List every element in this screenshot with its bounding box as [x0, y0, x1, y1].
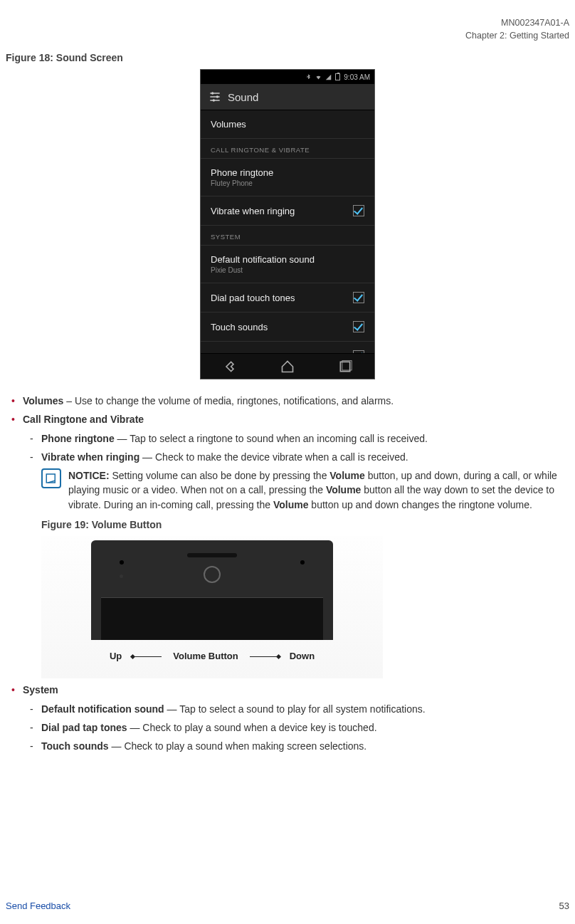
- sub-vibrate-text: — Check to make the device vibrate when …: [139, 451, 408, 463]
- figure-19: Up Volume Button Down: [41, 536, 383, 678]
- sub-phone-ringtone: Phone ringtone — Tap to select a rington…: [28, 431, 566, 446]
- row-default-notif-sub: Pixie Dust: [211, 266, 315, 274]
- section-call-ringtone: CALL RINGTONE & VIBRATE: [201, 139, 374, 159]
- sound-settings-screen: 9:03 AM Sound Volumes CALL RINGTONE & VI…: [200, 69, 375, 379]
- page-number: 53: [559, 901, 569, 911]
- bullet-volumes-text: – Use to change the volume of media, rin…: [63, 395, 394, 406]
- bullet-call-label: Call Ringtone and Vibrate: [23, 414, 144, 425]
- notice-p1d: button up and down changes the ringtone …: [308, 499, 532, 510]
- bluetooth-icon: [305, 74, 312, 80]
- sub-dial-pad-text: — Check to play a sound when a device ke…: [127, 722, 377, 733]
- notice-vol-1: Volume: [329, 470, 365, 481]
- svg-point-1: [216, 95, 218, 98]
- row-default-notif-title: Default notification sound: [211, 254, 315, 265]
- settings-list: Volumes CALL RINGTONE & VIBRATE Phone ri…: [201, 110, 374, 353]
- leader-down: [250, 656, 278, 657]
- checkbox-dial-pad[interactable]: [353, 292, 364, 303]
- figure-18-caption: Figure 18: Sound Screen: [6, 52, 569, 63]
- led: [120, 574, 123, 578]
- notice-icon: [41, 468, 61, 488]
- bullet-call-ringtone: Call Ringtone and Vibrate Phone ringtone…: [9, 412, 566, 678]
- row-touch-sounds[interactable]: Touch sounds: [201, 313, 374, 342]
- doc-content: Volumes – Use to change the volume of me…: [6, 394, 569, 754]
- doc-id: MN002347A01-A: [6, 17, 569, 30]
- notice-text: NOTICE: Setting volume can also be done …: [68, 468, 566, 512]
- sub-phone-ringtone-label: Phone ringtone: [41, 433, 115, 444]
- sub-vibrate-ringing: Vibrate when ringing — Check to make the…: [28, 450, 566, 678]
- nav-bar: [201, 353, 374, 379]
- screen-edge: [101, 597, 323, 640]
- leader-up: [133, 656, 162, 657]
- sub-vibrate-label: Vibrate when ringing: [41, 451, 139, 463]
- notice-block: NOTICE: Setting volume can also be done …: [41, 468, 566, 512]
- app-bar-title: Sound: [228, 91, 258, 103]
- sound-icon: [208, 90, 222, 104]
- row-phone-ringtone-sub: Flutey Phone: [211, 179, 273, 187]
- row-dial-pad-label: Dial pad touch tones: [211, 293, 295, 303]
- status-bar: 9:03 AM: [201, 70, 374, 84]
- section-system: SYSTEM: [201, 226, 374, 246]
- sub-touch-sounds-text: — Check to play a sound when making scre…: [109, 740, 367, 752]
- checkbox-screen-lock[interactable]: [353, 350, 364, 353]
- page-header: MN002347A01-A Chapter 2: Getting Started: [6, 17, 569, 42]
- sub-default-notif-label: Default notification sound: [41, 703, 164, 715]
- app-bar[interactable]: Sound: [201, 84, 374, 110]
- earpiece: [187, 553, 237, 557]
- volume-labels: Up Volume Button Down: [110, 650, 315, 663]
- bullet-system: System Default notification sound — Tap …: [9, 683, 566, 753]
- bullet-volumes: Volumes – Use to change the volume of me…: [9, 394, 566, 408]
- row-volumes[interactable]: Volumes: [201, 110, 374, 139]
- checkbox-touch-sounds[interactable]: [353, 321, 364, 332]
- page-footer: Send Feedback 53: [6, 901, 569, 911]
- row-volumes-label: Volumes: [211, 119, 246, 130]
- row-touch-sounds-label: Touch sounds: [211, 322, 268, 332]
- motorola-logo: [204, 566, 221, 583]
- sub-default-notif-text: — Tap to select a sound to play for all …: [164, 703, 426, 715]
- recents-icon[interactable]: [338, 359, 352, 374]
- sensor-right: [300, 560, 305, 565]
- wifi-icon: [315, 74, 322, 80]
- back-icon[interactable]: [223, 359, 237, 374]
- row-default-notification[interactable]: Default notification sound Pixie Dust: [201, 246, 374, 283]
- label-up: Up: [110, 650, 122, 663]
- notice-vol-2: Volume: [326, 484, 362, 495]
- figure-19-caption: Figure 19: Volume Button: [41, 518, 566, 532]
- label-down: Down: [290, 650, 315, 663]
- sub-phone-ringtone-text: — Tap to select a ringtone to sound when…: [115, 433, 428, 444]
- notice-prefix: NOTICE:: [68, 470, 110, 481]
- row-dial-pad-tones[interactable]: Dial pad touch tones: [201, 283, 374, 313]
- sub-touch-sounds-label: Touch sounds: [41, 740, 109, 752]
- svg-point-2: [213, 99, 215, 101]
- figure-18-screenshot: 9:03 AM Sound Volumes CALL RINGTONE & VI…: [6, 69, 569, 379]
- notice-vol-3: Volume: [273, 499, 309, 510]
- chapter-label: Chapter 2: Getting Started: [6, 30, 569, 43]
- sub-default-notif: Default notification sound — Tap to sele…: [28, 702, 566, 716]
- phone-top-view: [91, 540, 333, 640]
- sensor-left: [120, 560, 124, 565]
- label-volume-button: Volume Button: [173, 650, 238, 663]
- sub-dial-pad: Dial pad tap tones — Check to play a sou…: [28, 720, 566, 735]
- row-vibrate-ringing[interactable]: Vibrate when ringing: [201, 196, 374, 226]
- sub-dial-pad-label: Dial pad tap tones: [41, 722, 127, 733]
- row-vibrate-label: Vibrate when ringing: [211, 206, 295, 216]
- notice-p1a: Setting volume can also be done by press…: [110, 470, 330, 481]
- bullet-system-label: System: [23, 684, 58, 695]
- row-phone-ringtone-title: Phone ringtone: [211, 167, 273, 178]
- checkbox-vibrate[interactable]: [353, 205, 364, 216]
- bullet-volumes-label: Volumes: [23, 395, 63, 406]
- signal-icon: [325, 74, 332, 80]
- row-screen-lock-sound[interactable]: Screen lock sound: [201, 342, 374, 353]
- sub-touch-sounds: Touch sounds — Check to play a sound whe…: [28, 739, 566, 753]
- battery-icon: [335, 73, 340, 80]
- svg-point-0: [211, 92, 213, 94]
- row-phone-ringtone[interactable]: Phone ringtone Flutey Phone: [201, 159, 374, 196]
- send-feedback-link[interactable]: Send Feedback: [6, 901, 70, 911]
- home-icon[interactable]: [280, 359, 295, 374]
- status-time: 9:03 AM: [344, 73, 370, 81]
